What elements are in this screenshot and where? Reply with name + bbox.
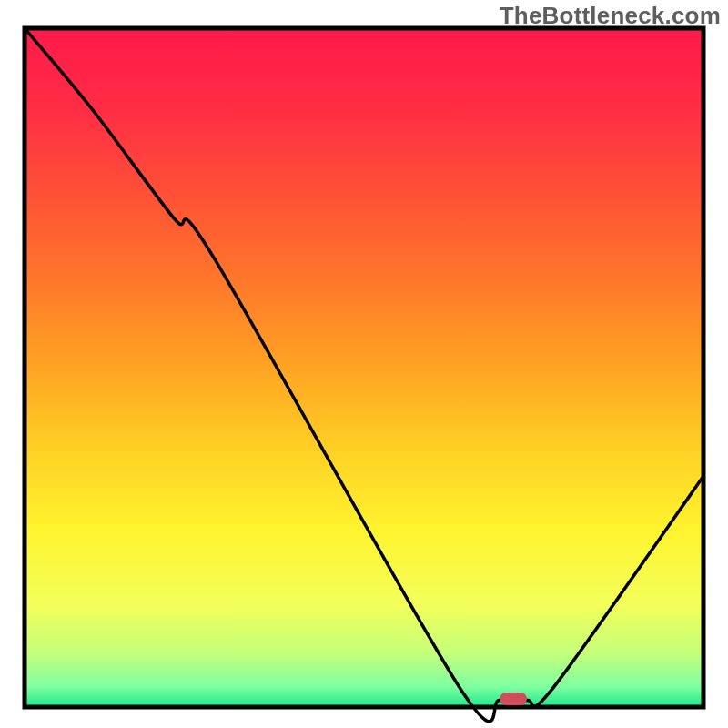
chart-container: TheBottleneck.com <box>0 0 728 728</box>
bottleneck-chart <box>0 0 728 728</box>
plot-background <box>25 28 703 707</box>
optimal-marker <box>500 693 527 705</box>
watermark-text: TheBottleneck.com <box>500 2 721 30</box>
